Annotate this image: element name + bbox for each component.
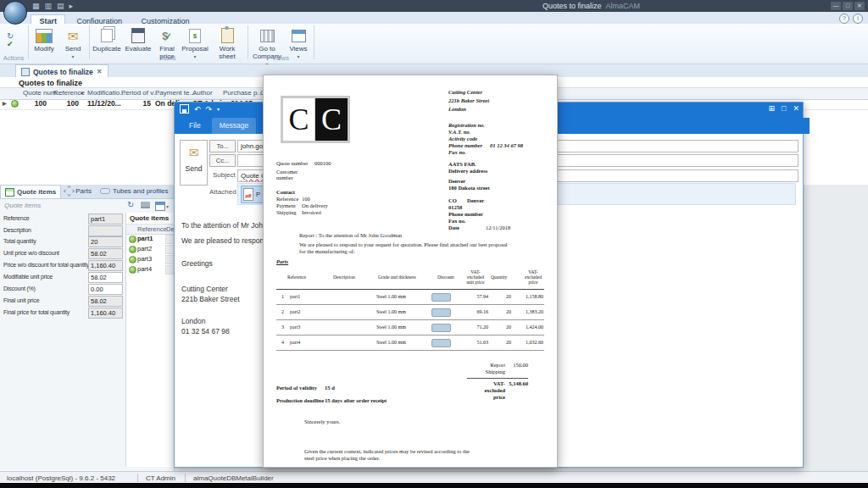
refresh-icon[interactable]: ↻ [127,201,134,209]
list-col-reference[interactable]: Reference [137,225,167,233]
arrow-icon[interactable]: ▸ [70,2,74,10]
group-label-actions: Actions [0,54,27,62]
field-reference: Reference part1 [0,214,125,225]
parts-row: 1 part1 Steel 1.00 mm 57.94 20 1,158.80 [276,289,544,305]
info-icon[interactable]: i [853,14,863,24]
folder-icon[interactable]: ▥ [45,2,53,10]
shipping-total: 150.00 [497,362,528,369]
modify-button[interactable]: Modify [31,26,58,53]
field-modifiable-unit-price-value[interactable]: 58.02 [88,272,123,283]
col-payment[interactable]: Payment te... [155,89,195,97]
discount-chip [431,324,451,332]
undo-icon[interactable]: ↶ [194,105,201,114]
table-views-dropdown-icon[interactable]: ▾ [166,203,169,209]
col-author[interactable]: Author [192,89,213,97]
deadline-value: 15 days after order receipt [325,397,387,404]
views-icon [292,30,306,42]
field-discount-value[interactable]: 0.00 [88,284,123,295]
grid-icon[interactable]: ▦ [32,2,40,10]
discount-chip [431,308,451,317]
field-reference-value[interactable]: part1 [88,214,123,225]
email-tab-file[interactable]: File [181,118,209,134]
printer-icon[interactable] [141,202,150,208]
bottom-strip [0,483,868,488]
evaluate-button[interactable]: Evaluate [124,26,153,53]
email-body-line: 221b Baker Street [181,295,240,303]
list-item[interactable]: part2 [126,244,175,254]
cell-modification: 11/12/20... [87,99,121,108]
attached-label: Attached [209,188,236,196]
status-dot-icon [11,100,19,108]
field-description-value[interactable] [88,225,123,236]
company-phone: 01 12 34 67 98 [490,142,523,149]
field-modifiable-unit-price: Modifiable unit price 58.02 [0,272,125,283]
doc-tab-quotes-to-finalize[interactable]: Quotes to finalize ✕ [15,64,108,78]
tubes-icon [100,188,110,194]
pdf-icon: pdf [243,188,253,201]
email-send-button[interactable]: ✉ Send [180,140,208,186]
field-unit-price-value[interactable]: 58.02 [88,248,123,259]
titlebar: ▦ ▥ ▤ ▸ Quotes to finalizeAlmaCAM — □ ✕ [0,0,868,12]
col-modification[interactable]: Modificatio... [87,89,125,97]
tab-close-icon[interactable]: ✕ [97,68,103,75]
company-name: Cutting Center [448,89,482,96]
cc-button[interactable]: Cc... [209,154,236,167]
list-item[interactable]: part3 [126,254,175,264]
quote-preview[interactable]: C C Cutting Center 221b Baker Street Lon… [263,75,558,468]
maximize-button[interactable]: □ [843,2,853,10]
send-icon: ✉ [68,30,79,42]
qat-dropdown-icon[interactable]: ▾ [217,106,220,112]
validity-value: 15 d [325,385,335,391]
email-body-line: Cutting Center [181,285,228,293]
email-tab-message[interactable]: Message [212,118,257,134]
close-icon[interactable]: ✕ [793,104,799,113]
field-final-price-total-value[interactable]: 1,160.40 [88,308,123,319]
email-quick-access: ↶ ↷ ▾ [180,104,220,114]
work-sheet-icon [221,28,234,43]
save-icon[interactable] [180,104,189,114]
tab-tubes-and-profiles[interactable]: Tubes and profiles [96,185,173,197]
parts-row: 4 part4 Steel 1.00 mm 51.63 20 1,032.60 [276,335,544,351]
email-body-line: We are pleased to respond to [181,236,275,245]
cell-quote-number: 100 [24,99,47,108]
minimize-button[interactable]: — [831,2,841,10]
list-icon[interactable]: ▤ [57,2,64,10]
email-body-line: Greetings [181,259,213,268]
col-purchase[interactable]: Purchase p... [223,89,263,97]
email-body-line: London [181,317,205,325]
field-total-quantity-value[interactable]: 20 [88,236,123,247]
field-price-total: Price w/o discount for total quantity 1,… [0,260,125,271]
to-button[interactable]: To... [209,140,236,152]
status-dot-icon [129,266,136,274]
help-icon[interactable]: ? [839,14,849,24]
status-dot-icon [129,236,136,243]
field-discount: Discount (%) 0.00 [0,284,125,295]
status-dot-icon [129,246,136,253]
quote-number: 000100 [314,160,331,167]
close-button[interactable]: ✕ [854,2,865,10]
group-label-tasks: Tasks [92,54,244,62]
redo-icon[interactable]: ↷ [206,105,213,114]
col-period[interactable]: Period of v... [121,89,159,97]
company-logo: C C [281,96,350,143]
send-button[interactable]: ✉ Send▾ [59,26,86,60]
maximize-icon[interactable]: □ [782,104,786,113]
list-item[interactable]: part4 [126,264,175,274]
tab-parts[interactable]: Parts [61,185,96,197]
restore-icon[interactable]: ⊞ [768,104,775,113]
app-menu-orb[interactable] [3,1,27,25]
quote-date: 12/11/2018 [486,225,510,231]
quote-items-list: Quote items Reference De part1 part2 par… [125,213,175,467]
table-views-icon[interactable] [155,202,165,211]
duplicate-button[interactable]: Duplicate [92,26,122,53]
field-price-total-value[interactable]: 1,160.40 [88,260,123,271]
panel-toolbar: Quote items ↻ ▾ [0,199,174,213]
ribbon: ↻ ✔ Actions Modify ✉ Send▾ Duplicate Eva… [0,24,868,64]
approve-action-icon[interactable]: ✔ [7,40,14,48]
group-label-views: Views [251,54,310,62]
tab-quote-items[interactable]: Quote items [0,185,61,198]
field-final-unit-price-value[interactable]: 58.02 [88,296,123,307]
list-item[interactable]: part1 [126,234,175,244]
recipient-name: AATS FAB. [448,161,476,168]
email-body-line: To the attention of Mr John G [181,221,275,230]
